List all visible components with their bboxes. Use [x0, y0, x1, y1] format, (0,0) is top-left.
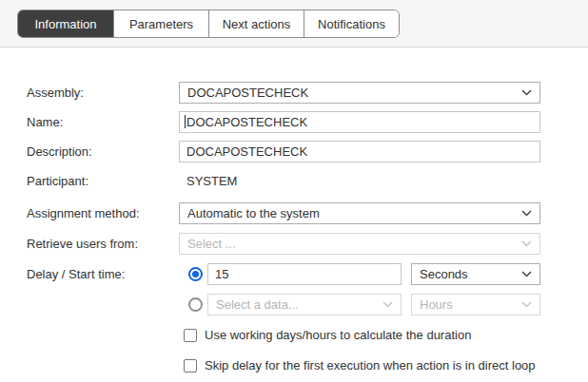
- delay-data-unit-value: Hours: [420, 297, 453, 312]
- assembly-select[interactable]: DOCAPOSTECHECK: [179, 82, 540, 104]
- delay-duration-input[interactable]: [207, 263, 402, 285]
- delay-start-time-label: Delay / Start time:: [27, 267, 184, 282]
- delay-data-placeholder: Select a data...: [216, 297, 299, 312]
- chevron-down-icon: [521, 210, 532, 217]
- delay-duration-unit-select[interactable]: Seconds: [411, 263, 540, 285]
- skip-delay-checkbox-row: Skip delay for the first execution when …: [184, 358, 536, 372]
- chevron-down-icon: [521, 89, 532, 96]
- chevron-down-icon: [521, 271, 532, 277]
- description-input[interactable]: [179, 141, 540, 162]
- assignment-method-select[interactable]: Automatic to the system: [179, 202, 540, 224]
- participant-label: Participant:: [27, 174, 184, 189]
- retrieve-users-from-select: Select ...: [179, 233, 540, 255]
- skip-delay-checkbox-label: Skip delay for the first execution when …: [205, 358, 536, 372]
- name-label: Name:: [27, 115, 184, 130]
- participant-value: SYSTEM: [186, 174, 237, 189]
- tab-next-actions[interactable]: Next actions: [208, 10, 304, 37]
- retrieve-users-from-placeholder: Select ...: [187, 237, 236, 251]
- action-settings-panel: Information Parameters Next actions Noti…: [0, 0, 588, 382]
- tab-bar: Information Parameters Next actions Noti…: [17, 10, 400, 38]
- chevron-down-icon: [382, 301, 393, 308]
- chevron-down-icon: [521, 240, 532, 247]
- delay-duration-radio[interactable]: [188, 267, 203, 281]
- text-caret: [185, 115, 186, 128]
- working-days-checkbox-label: Use working days/hours to calculate the …: [205, 328, 471, 342]
- description-label: Description:: [27, 144, 184, 160]
- skip-delay-checkbox[interactable]: [184, 359, 197, 372]
- tab-information[interactable]: Information: [18, 10, 113, 37]
- retrieve-users-from-label: Retrieve users from:: [27, 237, 184, 252]
- working-days-checkbox[interactable]: [184, 329, 197, 342]
- assembly-selected-value: DOCAPOSTECHECK: [187, 86, 308, 100]
- chevron-down-icon: [521, 301, 532, 308]
- delay-duration-unit-value: Seconds: [420, 267, 468, 281]
- delay-data-radio[interactable]: [188, 297, 203, 312]
- assignment-method-selected-value: Automatic to the system: [187, 206, 320, 220]
- name-input[interactable]: [179, 111, 540, 133]
- delay-data-unit-select: Hours: [411, 294, 540, 315]
- tab-parameters[interactable]: Parameters: [113, 10, 208, 37]
- delay-data-select: Select a data...: [207, 294, 402, 315]
- working-days-checkbox-row: Use working days/hours to calculate the …: [184, 328, 471, 342]
- assembly-label: Assembly:: [27, 86, 184, 101]
- assignment-method-label: Assignment method:: [27, 206, 184, 221]
- tab-notifications[interactable]: Notifications: [304, 10, 399, 37]
